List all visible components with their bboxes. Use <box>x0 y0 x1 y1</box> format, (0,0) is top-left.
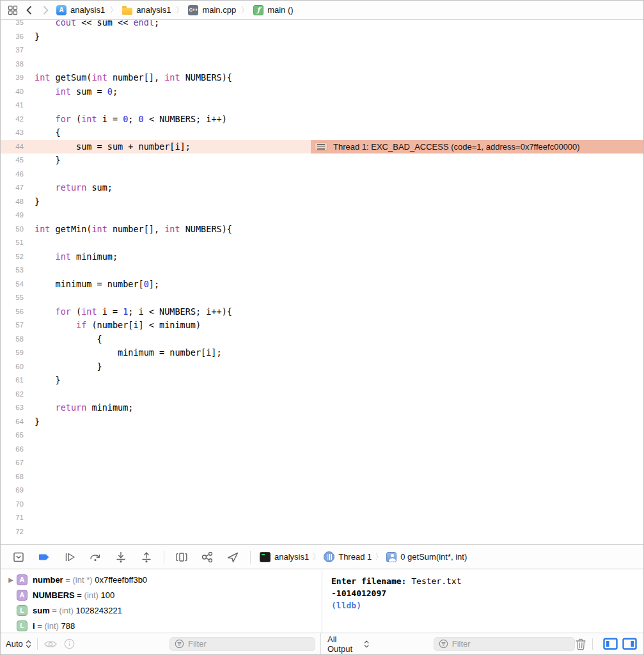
code-line-67[interactable]: 67 <box>1 456 643 470</box>
code-line-64[interactable]: 64} <box>1 415 643 429</box>
line-number[interactable]: 71 <box>1 511 24 525</box>
info-icon[interactable] <box>64 638 75 649</box>
variable-row-i[interactable]: Li = (int) 788 <box>1 618 322 633</box>
line-number[interactable]: 58 <box>1 333 24 347</box>
code-line-52[interactable]: 52 int minimum; <box>1 250 643 264</box>
code-line-66[interactable]: 66 <box>1 443 643 457</box>
line-number[interactable]: 36 <box>1 30 24 44</box>
line-number[interactable]: 41 <box>1 99 24 113</box>
line-number[interactable]: 40 <box>1 85 24 99</box>
debug-crumb-frame[interactable]: 0 getSum(int*, int) <box>386 552 467 562</box>
toggle-variables-view-button[interactable] <box>603 638 618 650</box>
line-number[interactable]: 60 <box>1 360 24 374</box>
console-filter-input[interactable]: Filter <box>434 637 575 651</box>
code-line-37[interactable]: 37 <box>1 43 643 58</box>
line-number[interactable]: 43 <box>1 126 24 140</box>
code-line-45[interactable]: 45 } <box>1 154 643 168</box>
related-items-icon[interactable] <box>7 4 19 16</box>
back-button[interactable] <box>24 4 35 16</box>
console-scope-dropdown[interactable]: All Output <box>327 635 370 654</box>
line-number[interactable]: 59 <box>1 346 24 360</box>
line-number[interactable]: 65 <box>1 429 24 443</box>
code-line-56[interactable]: 56 for (int i = 1; i < NUMBERS; i++){ <box>1 305 643 319</box>
code-line-59[interactable]: 59 minimum = number[i]; <box>1 346 643 360</box>
line-number[interactable]: 42 <box>1 113 24 127</box>
line-number[interactable]: 67 <box>1 456 24 470</box>
code-line-38[interactable]: 38 <box>1 58 643 72</box>
line-number[interactable]: 56 <box>1 305 24 319</box>
line-number[interactable]: 66 <box>1 443 24 457</box>
code-line-60[interactable]: 60 } <box>1 360 643 374</box>
code-line-68[interactable]: 68 <box>1 470 643 484</box>
code-line-47[interactable]: 47 return sum; <box>1 181 643 195</box>
line-number[interactable]: 46 <box>1 168 24 182</box>
step-into-button[interactable] <box>109 548 133 566</box>
code-line-40[interactable]: 40 int sum = 0; <box>1 85 643 99</box>
code-line-55[interactable]: 55 <box>1 291 643 305</box>
code-line-42[interactable]: 42 for (int i = 0; 0 < NUMBERS; i++) <box>1 113 643 127</box>
line-number[interactable]: 53 <box>1 264 24 278</box>
line-number[interactable]: 51 <box>1 236 24 250</box>
code-line-58[interactable]: 58 { <box>1 333 643 347</box>
variable-row-sum[interactable]: Lsum = (int) 1028243221 <box>1 603 322 618</box>
line-number[interactable]: 48 <box>1 195 24 209</box>
line-number[interactable]: 45 <box>1 154 24 168</box>
code-line-62[interactable]: 62 <box>1 388 643 402</box>
disclosure-triangle-icon[interactable]: ▶ <box>5 576 17 583</box>
line-number[interactable]: 69 <box>1 484 24 498</box>
forward-button[interactable] <box>40 4 51 16</box>
line-number[interactable]: 44 <box>1 140 24 154</box>
debug-crumb-process[interactable]: analysis1 <box>260 552 309 562</box>
code-line-63[interactable]: 63 return minimum; <box>1 401 643 415</box>
variables-filter-input[interactable]: Filter <box>169 637 315 651</box>
line-number[interactable]: 54 <box>1 278 24 292</box>
line-number[interactable]: 55 <box>1 291 24 305</box>
code-line-43[interactable]: 43 { <box>1 126 643 140</box>
continue-button[interactable] <box>58 548 82 566</box>
code-line-50[interactable]: 50int getMin(int number[], int NUMBERS){ <box>1 223 643 237</box>
variable-row-number[interactable]: ▶Anumber = (int *) 0x7ffeefbff3b0 <box>1 572 322 587</box>
code-line-53[interactable]: 53 <box>1 264 643 278</box>
code-line-41[interactable]: 41 <box>1 99 643 113</box>
view-hierarchy-button[interactable] <box>169 548 194 566</box>
code-line-69[interactable]: 69 <box>1 484 643 498</box>
code-line-35[interactable]: 35 cout << sum << endl; <box>1 20 643 30</box>
line-number[interactable]: 37 <box>1 43 24 58</box>
code-line-51[interactable]: 51 <box>1 236 643 250</box>
variables-scope-dropdown[interactable]: Auto <box>6 639 31 649</box>
simulate-location-button[interactable] <box>221 548 245 566</box>
code-line-57[interactable]: 57 if (number[i] < minimum) <box>1 319 643 333</box>
clear-console-trash-icon[interactable] <box>575 638 586 651</box>
code-line-72[interactable]: 72 <box>1 525 643 539</box>
hide-debug-area-button[interactable] <box>6 548 31 566</box>
error-annotation-banner[interactable]: Thread 1: EXC_BAD_ACCESS (code=1, addres… <box>311 140 643 154</box>
line-number[interactable]: 62 <box>1 388 24 402</box>
breadcrumb-group[interactable]: analysis1 <box>122 5 171 15</box>
line-number[interactable]: 63 <box>1 401 24 415</box>
breakpoints-toggle-button[interactable] <box>32 548 56 566</box>
step-over-button[interactable] <box>83 548 107 566</box>
line-number[interactable]: 68 <box>1 470 24 484</box>
line-number[interactable]: 70 <box>1 498 24 512</box>
memory-graph-button[interactable] <box>195 548 219 566</box>
code-line-36[interactable]: 36} <box>1 30 643 44</box>
code-line-49[interactable]: 49 <box>1 209 643 223</box>
line-number[interactable]: 38 <box>1 58 24 72</box>
code-line-61[interactable]: 61 } <box>1 374 643 388</box>
line-number[interactable]: 39 <box>1 71 24 85</box>
line-number[interactable]: 35 <box>1 20 24 30</box>
code-line-48[interactable]: 48} <box>1 195 643 209</box>
line-number[interactable]: 61 <box>1 374 24 388</box>
step-out-button[interactable] <box>134 548 159 566</box>
breadcrumb-file[interactable]: main.cpp <box>188 5 236 15</box>
code-line-70[interactable]: 70 <box>1 498 643 512</box>
variables-view[interactable]: ▶Anumber = (int *) 0x7ffeefbff3b0ANUMBER… <box>1 570 322 633</box>
line-number[interactable]: 49 <box>1 209 24 223</box>
toggle-console-view-button[interactable] <box>622 638 637 650</box>
breadcrumb-symbol[interactable]: main () <box>253 5 293 15</box>
code-line-65[interactable]: 65 <box>1 429 643 443</box>
code-line-44[interactable]: 44 sum = sum + number[i];Thread 1: EXC_B… <box>1 140 643 154</box>
line-number[interactable]: 57 <box>1 319 24 333</box>
breadcrumb-project[interactable]: analysis1 <box>56 5 105 15</box>
line-number[interactable]: 52 <box>1 250 24 264</box>
